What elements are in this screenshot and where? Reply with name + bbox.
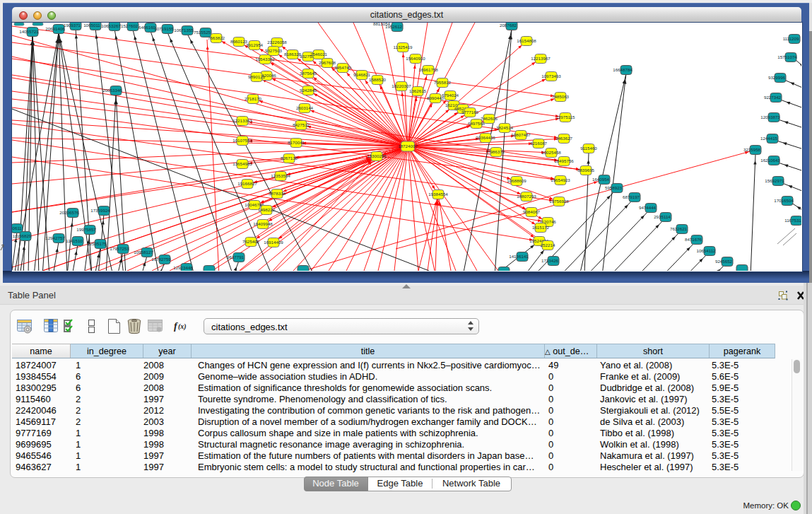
svg-text:1527602: 1527602 — [121, 23, 139, 28]
svg-text:12093873: 12093873 — [760, 115, 780, 119]
svg-text:5878334: 5878334 — [269, 191, 286, 196]
svg-text:6879197: 6879197 — [623, 194, 640, 199]
svg-text:10958127: 10958127 — [134, 250, 153, 255]
svg-text:7986372: 7986372 — [488, 149, 505, 154]
svg-text:15692971: 15692971 — [765, 178, 784, 183]
svg-text:9245652: 9245652 — [715, 259, 733, 264]
svg-text:10719155: 10719155 — [154, 26, 174, 31]
svg-text:7663822: 7663822 — [208, 35, 225, 40]
svg-text:7462606: 7462606 — [481, 116, 498, 121]
svg-text:16782759: 16782759 — [151, 257, 171, 262]
svg-text:1588520: 1588520 — [369, 77, 387, 82]
svg-text:2087682: 2087682 — [500, 23, 517, 28]
svg-text:9227342: 9227342 — [764, 95, 782, 100]
svg-text:6216087: 6216087 — [530, 141, 548, 146]
svg-text:9777169: 9777169 — [461, 110, 479, 115]
svg-text:1733426: 1733426 — [541, 258, 559, 263]
svg-text:9890121: 9890121 — [248, 74, 266, 79]
svg-text:1244415: 1244415 — [760, 136, 778, 141]
svg-text:15640910: 15640910 — [406, 56, 425, 61]
svg-text:7955812: 7955812 — [434, 80, 452, 85]
svg-text:18220307: 18220307 — [392, 83, 411, 88]
svg-text:1909371: 1909371 — [64, 23, 81, 28]
svg-text:10654112: 10654112 — [696, 248, 716, 253]
svg-text:16210643: 16210643 — [760, 158, 780, 163]
svg-text:9084067: 9084067 — [523, 209, 541, 214]
svg-text:8186328: 8186328 — [284, 52, 302, 57]
svg-text:17016504: 17016504 — [774, 198, 794, 203]
svg-text:9242845: 9242845 — [300, 88, 317, 93]
svg-text:1167531: 1167531 — [784, 218, 801, 223]
svg-text:2546021: 2546021 — [310, 52, 328, 57]
svg-text:5958923: 5958923 — [605, 185, 623, 190]
svg-text:3824514: 3824514 — [496, 125, 514, 130]
svg-text:14136141: 14136141 — [509, 254, 529, 259]
svg-text:12213363: 12213363 — [233, 118, 252, 123]
svg-text:1615172: 1615172 — [532, 225, 550, 230]
svg-text:18724007: 18724007 — [398, 144, 418, 148]
svg-text:(x): (x) — [178, 322, 187, 331]
svg-text:11156829: 11156829 — [13, 233, 32, 238]
svg-text:1640954: 1640954 — [592, 177, 610, 182]
svg-text:12505175: 12505175 — [87, 241, 107, 246]
svg-text:19975857: 19975857 — [76, 227, 96, 232]
svg-text:9146821: 9146821 — [353, 72, 371, 77]
svg-text:8427512: 8427512 — [293, 122, 310, 127]
svg-text:252214: 252214 — [541, 243, 555, 247]
svg-text:10025458: 10025458 — [541, 150, 561, 155]
svg-text:12353594: 12353594 — [271, 173, 290, 178]
svg-text:2718170: 2718170 — [245, 96, 262, 101]
svg-text:12923448: 12923448 — [173, 265, 193, 270]
svg-text:20053346: 20053346 — [102, 88, 122, 93]
svg-text:10973493: 10973493 — [541, 74, 561, 78]
svg-text:9474444: 9474444 — [639, 205, 657, 210]
svg-text:12975115: 12975115 — [555, 115, 575, 119]
svg-text:23226058: 23226058 — [267, 40, 287, 45]
svg-text:10688609: 10688609 — [507, 178, 526, 183]
svg-text:7632621: 7632621 — [670, 226, 688, 231]
svg-text:12213967: 12213967 — [531, 56, 551, 61]
svg-text:8267130: 8267130 — [281, 156, 298, 160]
svg-text:15751074: 15751074 — [777, 54, 797, 59]
svg-text:18807293: 18807293 — [517, 194, 536, 199]
svg-text:8471676: 8471676 — [685, 237, 702, 242]
svg-text:6794024: 6794024 — [442, 93, 459, 98]
svg-text:20691406: 20691406 — [45, 26, 65, 31]
svg-text:13654985: 13654985 — [233, 161, 252, 166]
svg-text:8813054: 8813054 — [373, 23, 391, 26]
svg-text:17957253: 17957253 — [110, 246, 129, 251]
svg-text:1850611: 1850611 — [12, 226, 22, 230]
svg-text:3912954: 3912954 — [246, 42, 264, 47]
svg-text:19654923: 19654923 — [551, 177, 570, 182]
svg-text:3875645: 3875645 — [300, 71, 317, 76]
svg-text:16961758: 16961758 — [418, 67, 438, 72]
svg-text:7485063: 7485063 — [552, 94, 570, 99]
svg-text:6497568: 6497568 — [468, 121, 486, 126]
svg-text:7515525: 7515525 — [194, 30, 211, 35]
svg-text:20364436: 20364436 — [476, 135, 495, 140]
svg-text:11325419: 11325419 — [393, 45, 413, 49]
svg-text:8170041: 8170041 — [288, 140, 305, 145]
svg-text:14055721: 14055721 — [19, 29, 39, 34]
svg-text:19384554: 19384554 — [428, 192, 448, 197]
svg-text:2603144: 2603144 — [296, 105, 314, 110]
svg-text:9115460: 9115460 — [580, 146, 597, 151]
svg-text:7625402: 7625402 — [242, 239, 260, 244]
svg-text:19756928: 19756928 — [549, 199, 569, 204]
svg-text:16409948: 16409948 — [253, 221, 273, 226]
svg-text:2935114: 2935114 — [654, 214, 671, 219]
svg-text:3454749: 3454749 — [334, 65, 352, 70]
svg-text:18300295: 18300295 — [367, 153, 387, 158]
svg-text:12942757: 12942757 — [45, 235, 65, 240]
svg-text:1141510: 1141510 — [66, 238, 83, 243]
svg-text:16154808: 16154808 — [517, 38, 536, 43]
svg-text:3215958: 3215958 — [743, 147, 761, 152]
svg-text:18495756: 18495756 — [554, 158, 574, 163]
svg-text:10653267: 10653267 — [101, 23, 121, 28]
svg-text:9463627: 9463627 — [555, 136, 573, 141]
svg-text:6466160: 6466160 — [139, 25, 156, 30]
svg-text:1362615: 1362615 — [409, 88, 427, 93]
svg-text:9327503: 9327503 — [265, 48, 283, 53]
svg-text:16648784: 16648784 — [613, 67, 632, 72]
svg-text:10107553: 10107553 — [233, 138, 252, 143]
